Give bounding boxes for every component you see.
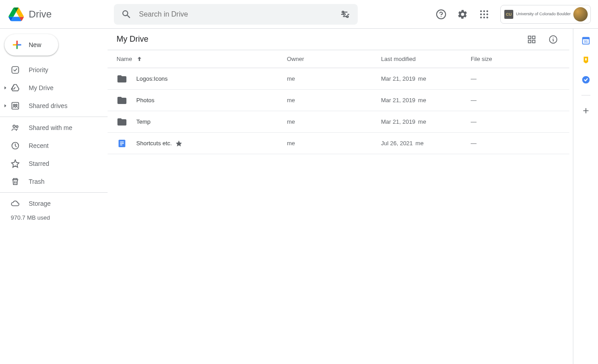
column-modified[interactable]: Last modified [381,56,471,62]
sidebar-item-mydrive[interactable]: My Drive [0,79,100,97]
svg-point-11 [480,17,482,18]
sidebar-item-label: Shared drives [29,102,67,109]
grid-view-icon[interactable] [523,30,541,48]
table-row[interactable]: TempmeMar 21, 2019me— [108,111,569,133]
sidebar: New Priority My Drive Shared drives Shar… [0,29,108,364]
table-row[interactable]: PhotosmeMar 21, 2019me— [108,90,569,111]
avatar [573,7,588,22]
doc-icon [117,138,127,149]
new-button[interactable]: New [4,34,58,56]
svg-point-8 [480,13,482,15]
file-name: Logos:Icons [136,75,168,82]
svg-point-10 [486,13,488,15]
plus-icon [11,39,23,51]
trash-icon [11,177,20,186]
storage-used-text: 970.7 MB used [0,212,108,221]
svg-point-17 [16,104,17,106]
sidebar-item-label: Starred [29,160,49,167]
svg-point-13 [486,17,488,18]
file-name: Photos [136,97,154,104]
sidebar-item-label: Shared with me [29,124,72,131]
sidebar-item-sharedwithme[interactable]: Shared with me [0,119,100,137]
search-icon[interactable] [117,5,135,23]
sidebar-item-label: Recent [29,142,48,149]
folder-icon [117,95,127,106]
column-size[interactable]: File size [471,56,569,62]
search-options-icon[interactable] [336,5,354,23]
sidebar-item-trash[interactable]: Trash [0,173,100,191]
file-size: — [471,97,569,104]
drive-logo-home[interactable]: Drive [7,5,114,23]
calendar-icon[interactable]: 31 [581,36,590,45]
file-owner: me [287,140,381,147]
svg-point-18 [13,125,15,127]
svg-point-16 [13,104,15,106]
svg-point-19 [16,126,18,127]
sidebar-item-label: Priority [29,66,48,74]
file-size: — [471,140,569,147]
svg-point-9 [483,13,485,15]
priority-icon [11,65,20,74]
shared-icon [11,123,20,132]
support-icon[interactable] [432,5,450,23]
details-icon[interactable] [544,30,562,48]
file-area: My Drive Name Owner Last modified File s… [108,29,573,364]
column-name[interactable]: Name [117,56,287,63]
chevron-right-icon[interactable] [2,102,9,109]
search-input[interactable] [135,10,336,18]
svg-point-2 [343,13,345,15]
cloud-icon [11,199,20,208]
tasks-icon[interactable] [581,75,590,84]
file-size: — [471,75,569,82]
svg-rect-15 [12,103,19,109]
svg-text:31: 31 [584,39,587,43]
file-name: Temp [136,118,151,125]
folder-icon [117,117,127,127]
keep-icon[interactable] [581,56,590,65]
sidebar-item-shareddrives[interactable]: Shared drives [0,97,100,115]
svg-rect-24 [533,40,535,43]
sidebar-item-storage[interactable]: Storage [0,195,100,212]
column-owner[interactable]: Owner [287,56,381,62]
svg-rect-29 [120,144,122,145]
add-addon-icon[interactable] [581,106,590,115]
breadcrumb[interactable]: My Drive [113,33,152,46]
new-button-label: New [29,41,41,48]
recent-icon [11,141,20,150]
settings-icon[interactable] [454,5,472,23]
sidebar-item-starred[interactable]: Starred [0,155,100,173]
product-name: Drive [29,9,52,20]
table-row[interactable]: Logos:IconsmeMar 21, 2019me— [108,68,569,90]
drive-logo-icon [7,5,25,23]
svg-rect-27 [120,141,124,142]
mydrive-icon [11,83,20,92]
sidebar-item-priority[interactable]: Priority [0,61,100,79]
svg-rect-31 [582,37,589,39]
svg-point-5 [480,10,482,12]
sidebar-item-label: Storage [29,200,51,207]
svg-rect-28 [120,143,124,144]
svg-point-7 [486,10,488,12]
file-modified: Jul 26, 2021me [381,140,471,147]
file-modified: Mar 21, 2019me [381,97,471,104]
star-icon [175,140,182,147]
chevron-right-icon[interactable] [2,84,9,91]
sort-asc-icon [136,56,143,63]
svg-rect-23 [529,40,531,43]
svg-point-4 [441,16,442,17]
search-bar[interactable] [114,4,358,25]
apps-icon[interactable] [475,5,493,23]
account-switcher[interactable]: CU University of Colorado Boulder [500,5,591,24]
side-panel: 31 [573,29,598,364]
file-owner: me [287,118,381,125]
table-row[interactable]: Shortcuts etc.meJul 26, 2021me— [108,133,569,154]
sidebar-item-recent[interactable]: Recent [0,137,100,155]
sidebar-item-label: Trash [29,178,44,185]
header-bar: Drive CU University of Colorado Boulder [0,0,598,29]
svg-rect-22 [533,36,535,39]
org-name: University of Colorado Boulder [516,12,571,17]
svg-rect-33 [585,58,586,61]
shareddrives-icon [11,101,20,110]
svg-point-12 [483,17,485,18]
svg-rect-21 [529,36,531,39]
